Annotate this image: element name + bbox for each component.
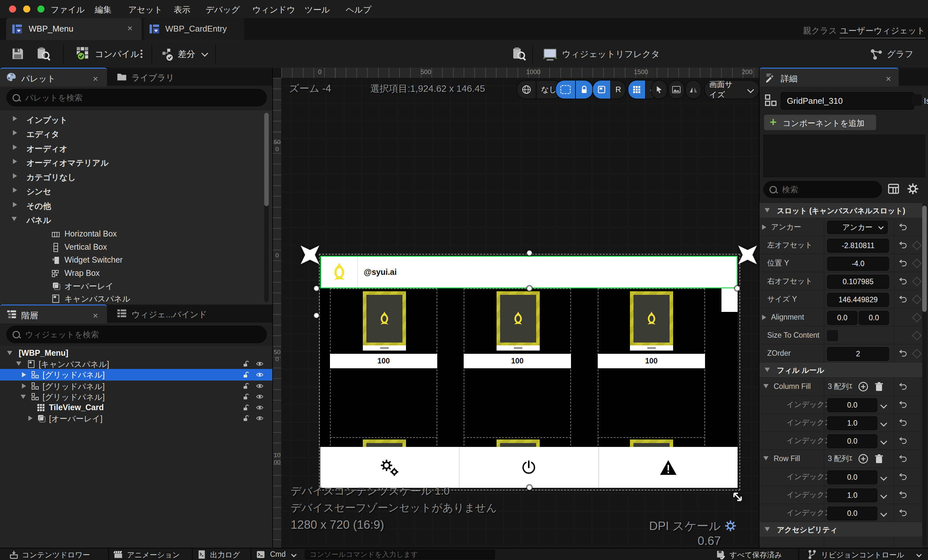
diff-dropdown-icon[interactable] bbox=[201, 50, 208, 57]
palette-item-horizontal-box[interactable]: Horizontal Box bbox=[0, 228, 272, 241]
revert-icon[interactable] bbox=[899, 349, 908, 358]
add-component-button[interactable]: + コンポーネントを追加 bbox=[764, 115, 876, 130]
revert-icon[interactable] bbox=[899, 400, 908, 409]
save-status-label[interactable]: すべて保存済み bbox=[730, 550, 782, 560]
widget-reflector-icon[interactable] bbox=[543, 48, 557, 61]
dpi-settings-gear-icon[interactable] bbox=[725, 520, 736, 532]
lock-open-icon[interactable] bbox=[242, 404, 249, 411]
bind-diamond-icon[interactable] bbox=[912, 349, 922, 359]
zorder-field[interactable] bbox=[827, 347, 889, 361]
lock-open-icon[interactable] bbox=[242, 393, 249, 400]
palette-search-input[interactable] bbox=[24, 93, 261, 103]
lock-open-icon[interactable] bbox=[242, 415, 249, 422]
trash-icon[interactable] bbox=[874, 381, 884, 392]
revert-icon[interactable] bbox=[899, 294, 908, 304]
details-search-input[interactable] bbox=[781, 185, 876, 195]
dropdown-chevron-icon[interactable] bbox=[880, 438, 887, 445]
palette-item-canvas-panel[interactable]: キャンバスパネル bbox=[0, 292, 272, 305]
revert-icon[interactable] bbox=[899, 436, 908, 445]
hierarchy-search-input[interactable] bbox=[24, 330, 261, 340]
tab-wbp-cardentry[interactable]: WBP_CardEntry bbox=[144, 18, 244, 40]
lock-open-icon[interactable] bbox=[242, 383, 249, 389]
palette-item-widget-switcher[interactable]: Widget Switcher bbox=[0, 254, 272, 267]
designer-viewport[interactable]: 0 500 1000 1500 200 500 0 500 1000 ズーム -… bbox=[272, 68, 760, 548]
cursor-tool-button[interactable] bbox=[651, 80, 668, 99]
fill-rules-section-header[interactable]: フィル ルール bbox=[760, 363, 922, 378]
revert-icon[interactable] bbox=[899, 222, 908, 231]
display-filter-icon[interactable] bbox=[888, 183, 899, 195]
bind-diamond-icon[interactable] bbox=[912, 313, 922, 322]
card-thumbnail[interactable] bbox=[363, 291, 406, 346]
visibility-eye-icon[interactable] bbox=[256, 371, 264, 378]
menu-tools[interactable]: ツール bbox=[304, 4, 330, 15]
bind-diamond-icon[interactable] bbox=[912, 259, 922, 269]
resize-handle[interactable] bbox=[313, 313, 319, 318]
selection-lock-toggle[interactable] bbox=[555, 80, 593, 99]
trash-icon[interactable] bbox=[874, 454, 884, 464]
left-offset-field[interactable] bbox=[827, 239, 889, 253]
bind-diamond-icon[interactable] bbox=[912, 241, 922, 250]
resize-handle[interactable] bbox=[527, 250, 532, 256]
resize-handle[interactable] bbox=[527, 285, 532, 291]
visibility-eye-icon[interactable] bbox=[256, 360, 264, 367]
revert-icon[interactable] bbox=[899, 490, 908, 499]
graph-mode-icon[interactable] bbox=[870, 48, 884, 61]
palette-category[interactable]: オーディオマテリアル bbox=[0, 156, 272, 169]
card-thumbnail[interactable] bbox=[630, 291, 673, 346]
output-log-button[interactable]: 出力ログ bbox=[210, 550, 240, 560]
content-drawer-button[interactable]: コンテンツドロワー bbox=[22, 550, 90, 560]
fill-value-field[interactable] bbox=[827, 488, 878, 502]
visibility-eye-icon[interactable] bbox=[256, 415, 264, 422]
tree-row-grid-panel-selected[interactable]: [グリッドパネル] bbox=[0, 369, 272, 380]
menu-window[interactable]: ウィンドウ bbox=[252, 4, 295, 15]
visibility-eye-icon[interactable] bbox=[256, 383, 264, 389]
revert-icon[interactable] bbox=[899, 382, 908, 391]
menu-debug[interactable]: デバッグ bbox=[206, 4, 240, 15]
widget-outline-toggle[interactable]: R bbox=[592, 80, 626, 99]
content-drawer-icon[interactable] bbox=[9, 550, 19, 559]
maximize-window-button[interactable] bbox=[37, 6, 44, 12]
position-y-field[interactable] bbox=[827, 257, 889, 271]
fill-value-field[interactable] bbox=[827, 507, 878, 520]
tab-wbp-menu[interactable]: WBP_Menu × bbox=[6, 18, 142, 40]
tree-row-tileview-card[interactable]: TileView_Card bbox=[0, 402, 272, 413]
resize-handle[interactable] bbox=[527, 485, 532, 490]
resize-handle[interactable] bbox=[313, 285, 319, 291]
fill-value-field[interactable] bbox=[827, 416, 878, 430]
tab-library[interactable]: ライブラリ bbox=[131, 72, 174, 84]
revert-icon[interactable] bbox=[899, 418, 908, 427]
cmd-chevron-icon[interactable] bbox=[291, 552, 297, 557]
palette-category[interactable]: インプット bbox=[0, 113, 272, 126]
diff-button[interactable]: 差分 bbox=[178, 48, 195, 60]
alignment-y-field[interactable] bbox=[859, 311, 889, 325]
preview-image-button[interactable] bbox=[668, 80, 685, 99]
console-command-input[interactable] bbox=[305, 550, 495, 559]
alignment-x-field[interactable] bbox=[827, 311, 858, 325]
resize-handle[interactable] bbox=[734, 285, 740, 291]
menu-view[interactable]: 表示 bbox=[174, 4, 191, 15]
dropdown-chevron-icon[interactable] bbox=[880, 510, 887, 517]
graph-mode-button[interactable]: グラフ bbox=[887, 48, 914, 60]
revision-control-icon[interactable] bbox=[807, 550, 817, 559]
menu-edit[interactable]: 編集 bbox=[95, 4, 111, 15]
cmd-dropdown[interactable]: Cmd bbox=[270, 550, 286, 559]
palette-category[interactable]: オーディオ bbox=[0, 142, 272, 155]
dropdown-chevron-icon[interactable] bbox=[880, 474, 887, 481]
menu-asset[interactable]: アセット bbox=[128, 4, 162, 15]
visibility-eye-icon[interactable] bbox=[256, 404, 264, 411]
revision-chevron-icon[interactable] bbox=[916, 552, 922, 557]
widget-name-field[interactable] bbox=[781, 92, 914, 110]
tree-row-canvas-panel[interactable]: [キャンバスパネル] bbox=[0, 358, 272, 369]
flip-preview-button[interactable] bbox=[685, 80, 702, 99]
dropdown-chevron-icon[interactable] bbox=[880, 402, 887, 409]
revert-icon[interactable] bbox=[899, 508, 908, 517]
revert-icon[interactable] bbox=[899, 240, 908, 249]
slot-section-header[interactable]: スロット (キャンバスパネルスロット) bbox=[760, 203, 922, 218]
right-offset-field[interactable] bbox=[827, 275, 889, 289]
palette-category-panel[interactable]: パネル bbox=[0, 214, 272, 226]
bind-diamond-icon[interactable] bbox=[912, 277, 922, 287]
revert-icon[interactable] bbox=[899, 258, 908, 267]
tree-row-grid-panel[interactable]: [グリッドパネル] bbox=[0, 391, 272, 402]
close-panel-icon[interactable]: × bbox=[93, 74, 98, 84]
dropdown-chevron-icon[interactable] bbox=[880, 492, 887, 499]
